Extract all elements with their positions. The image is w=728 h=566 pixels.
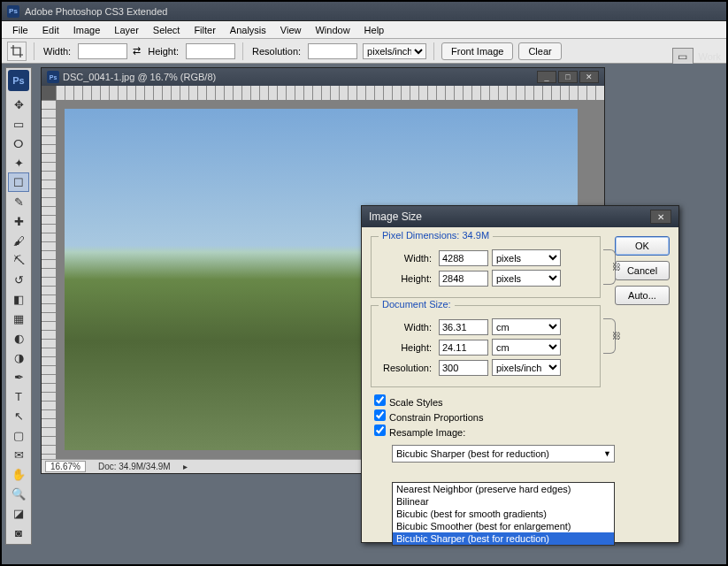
crop-tool[interactable]: ☐: [8, 172, 29, 192]
pixel-height-label: Height:: [379, 273, 432, 284]
dialog-title: Image Size: [369, 210, 422, 223]
blur-tool[interactable]: ◐: [8, 328, 29, 348]
ok-button[interactable]: OK: [615, 236, 670, 256]
type-tool[interactable]: T: [8, 386, 29, 406]
pixel-dimensions-group: Pixel Dimensions: 34.9M Width: pixels He…: [371, 236, 601, 298]
options-bar: Width: ⇄ Height: Resolution: pixels/inch…: [2, 39, 726, 64]
pixel-dimensions-value: 34.9M: [462, 230, 489, 241]
options-width-input[interactable]: [78, 43, 127, 59]
menu-layer[interactable]: Layer: [107, 23, 146, 37]
stamp-tool[interactable]: ⛏: [8, 250, 29, 270]
menu-view[interactable]: View: [273, 23, 309, 37]
options-resolution-label: Resolution:: [252, 46, 301, 57]
dialog-titlebar[interactable]: Image Size ✕: [362, 206, 678, 227]
menu-help[interactable]: Help: [357, 23, 392, 37]
options-width-label: Width:: [43, 46, 71, 57]
eraser-tool[interactable]: ◧: [8, 289, 29, 309]
pixel-width-input[interactable]: [439, 250, 488, 266]
horizontal-ruler: [56, 86, 604, 100]
doc-width-label: Width:: [379, 322, 432, 333]
minimize-button[interactable]: _: [537, 71, 556, 83]
resample-option-bicubic[interactable]: Bicubic (best for smooth gradients): [393, 508, 614, 520]
doc-height-input[interactable]: [439, 340, 488, 356]
pixel-width-unit[interactable]: pixels: [492, 249, 561, 266]
path-tool[interactable]: ↖: [8, 406, 29, 425]
dialog-close-button[interactable]: ✕: [650, 210, 671, 224]
workspace-label: Work: [699, 51, 721, 62]
doc-height-unit[interactable]: cm: [492, 339, 561, 356]
doc-width-input[interactable]: [439, 319, 488, 335]
options-resolution-input[interactable]: [308, 43, 357, 59]
pen-tool[interactable]: ✒: [8, 367, 29, 386]
options-height-label: Height:: [148, 46, 179, 57]
resolution-unit[interactable]: pixels/inch: [492, 359, 561, 376]
workspace: Ps ✥ ▭ ⵔ ✦ ☐ ✎ ✚ 🖌 ⛏ ↺ ◧ ▦ ◐ ◑ ✒ T ↖ ▢ ✉…: [2, 64, 726, 564]
menu-file[interactable]: File: [5, 23, 35, 37]
document-titlebar[interactable]: Ps DSC_0041-1.jpg @ 16.7% (RGB/8) _ □ ✕: [42, 68, 604, 86]
cancel-button[interactable]: Cancel: [615, 261, 670, 280]
zoom-tool[interactable]: 🔍: [8, 484, 29, 503]
menu-edit[interactable]: Edit: [35, 23, 66, 37]
resolution-input[interactable]: [439, 360, 488, 376]
pixel-dimensions-label: Pixel Dimensions:: [382, 230, 459, 241]
eyedropper-tool[interactable]: ✎: [8, 192, 29, 211]
resolution-label: Resolution:: [379, 363, 432, 373]
pixel-height-input[interactable]: [439, 271, 488, 287]
options-height-input[interactable]: [186, 43, 235, 59]
menu-window[interactable]: Window: [308, 23, 356, 37]
resample-option-smoother[interactable]: Bicubic Smoother (best for enlargement): [393, 520, 614, 532]
image-size-dialog: Image Size ✕ OK Cancel Auto... Pixel Dim…: [361, 205, 679, 543]
document-size-label: Document Size:: [382, 299, 451, 310]
front-image-button[interactable]: Front Image: [441, 42, 513, 60]
resample-checkbox[interactable]: Resample Image:: [374, 424, 670, 438]
resample-dropdown-list: Nearest Neighbor (preserve hard edges) B…: [392, 482, 615, 546]
resample-method-select[interactable]: Bicubic Sharper (best for reduction): [392, 445, 615, 463]
dodge-tool[interactable]: ◑: [8, 348, 29, 367]
brush-tool[interactable]: 🖌: [8, 231, 29, 250]
resample-option-nearest[interactable]: Nearest Neighbor (preserve hard edges): [393, 483, 614, 495]
resample-option-bilinear[interactable]: Bilinear: [393, 495, 614, 508]
menu-filter[interactable]: Filter: [187, 23, 222, 37]
crop-tool-icon[interactable]: [7, 42, 27, 61]
workspace-icon[interactable]: ▭: [672, 48, 694, 65]
resample-option-sharper[interactable]: Bicubic Sharper (best for reduction): [393, 532, 614, 545]
app-icon: Ps: [7, 5, 19, 18]
doc-height-label: Height:: [379, 342, 432, 353]
hand-tool[interactable]: ✋: [8, 464, 29, 484]
move-tool[interactable]: ✥: [8, 95, 29, 114]
document-size-group: Document Size: Width: cm Height: cm Reso…: [371, 305, 601, 387]
marquee-tool[interactable]: ▭: [8, 114, 29, 134]
close-button[interactable]: ✕: [579, 71, 599, 83]
lasso-tool[interactable]: ⵔ: [8, 134, 29, 153]
doc-width-unit[interactable]: cm: [492, 318, 561, 335]
toolbox: Ps ✥ ▭ ⵔ ✦ ☐ ✎ ✚ 🖌 ⛏ ↺ ◧ ▦ ◐ ◑ ✒ T ↖ ▢ ✉…: [5, 67, 32, 545]
scale-styles-checkbox[interactable]: Scale Styles: [374, 394, 670, 408]
chain-icon: ⛓: [612, 331, 621, 340]
app-titlebar: Ps Adobe Photoshop CS3 Extended: [2, 2, 726, 21]
quick-mask[interactable]: ◙: [8, 523, 29, 542]
pixel-width-label: Width:: [379, 253, 432, 264]
menu-analysis[interactable]: Analysis: [223, 23, 273, 37]
healing-tool[interactable]: ✚: [8, 211, 29, 231]
pixel-height-unit[interactable]: pixels: [492, 270, 561, 287]
maximize-button[interactable]: □: [558, 71, 578, 83]
notes-tool[interactable]: ✉: [8, 445, 29, 464]
ps-logo-icon: Ps: [8, 70, 29, 91]
document-title: DSC_0041-1.jpg @ 16.7% (RGB/8): [63, 72, 216, 82]
menu-image[interactable]: Image: [66, 23, 108, 37]
chain-icon: ⛓: [612, 262, 621, 272]
menu-select[interactable]: Select: [146, 23, 188, 37]
constrain-proportions-checkbox[interactable]: Constrain Proportions: [374, 409, 670, 423]
swap-icon[interactable]: ⇄: [133, 45, 141, 57]
auto-button[interactable]: Auto...: [615, 286, 670, 305]
history-brush-tool[interactable]: ↺: [8, 270, 29, 289]
gradient-tool[interactable]: ▦: [8, 309, 29, 328]
menubar: File Edit Image Layer Select Filter Anal…: [2, 21, 726, 39]
clear-button[interactable]: Clear: [518, 42, 561, 60]
zoom-field[interactable]: 16.67%: [45, 461, 86, 472]
color-swatch[interactable]: ◪: [8, 503, 29, 523]
shape-tool[interactable]: ▢: [8, 425, 29, 445]
wand-tool[interactable]: ✦: [8, 153, 29, 172]
doc-size-label: Doc: 34.9M/34.9M: [98, 462, 171, 471]
options-unit-select[interactable]: pixels/inch: [363, 43, 426, 59]
